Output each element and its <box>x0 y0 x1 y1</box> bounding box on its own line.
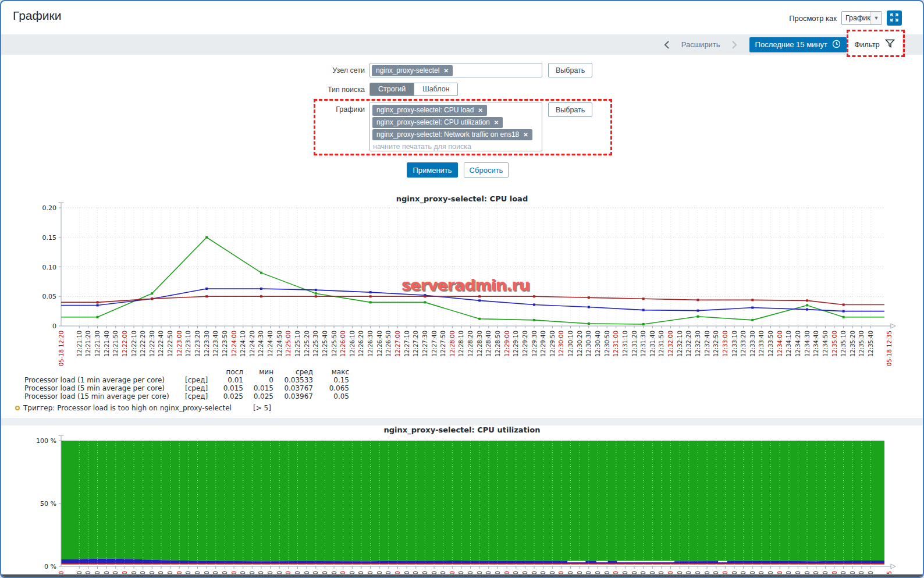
trigger-severity-icon <box>15 406 20 410</box>
svg-text:12:35:40: 12:35:40 <box>868 331 874 357</box>
svg-text:12:23:10: 12:23:10 <box>185 331 191 357</box>
svg-text:12:25:10: 12:25:10 <box>294 331 301 357</box>
view-as-selected-value: График <box>842 12 870 24</box>
chart2-title: nginx_proxy-selectel: CPU utilization <box>1 425 923 434</box>
svg-text:12:30:20: 12:30:20 <box>577 331 583 357</box>
svg-text:12:22:30: 12:22:30 <box>149 331 155 357</box>
svg-text:12:33:20: 12:33:20 <box>740 331 747 357</box>
clock-icon <box>832 40 841 50</box>
svg-text:50 %: 50 % <box>40 500 56 508</box>
svg-text:12:26:10: 12:26:10 <box>349 331 356 357</box>
svg-text:12:33:40: 12:33:40 <box>758 331 765 357</box>
svg-text:12:32:10: 12:32:10 <box>677 331 683 357</box>
legend-cell: [сред] <box>185 376 215 384</box>
svg-text:12:28:20: 12:28:20 <box>467 331 474 357</box>
legend-cell: Processor load (15 min average per core) <box>24 392 185 400</box>
svg-text:12:30:50: 12:30:50 <box>604 331 610 357</box>
legend-header-row: послминсредмакс <box>15 368 364 376</box>
svg-text:12:21:40: 12:21:40 <box>104 331 110 357</box>
svg-text:12:27:00: 12:27:00 <box>395 331 401 357</box>
search-type-option[interactable]: Шаблон <box>414 83 457 95</box>
svg-text:12:22:10: 12:22:10 <box>131 331 137 357</box>
legend-cell: 0.015 <box>243 384 273 392</box>
chip-remove-icon[interactable]: ✕ <box>494 119 499 126</box>
svg-text:12:21:20: 12:21:20 <box>85 331 91 357</box>
svg-text:12:25:50: 12:25:50 <box>331 331 337 357</box>
svg-text:12:27:20: 12:27:20 <box>413 331 419 357</box>
legend-cell: 0.05 <box>313 392 349 400</box>
svg-text:12:27:10: 12:27:10 <box>404 331 410 357</box>
time-range-button[interactable]: Последние 15 минут <box>749 37 847 52</box>
svg-text:12:34:30: 12:34:30 <box>804 331 811 357</box>
svg-text:0 %: 0 % <box>44 563 56 570</box>
reset-button[interactable]: Сбросить <box>464 162 509 178</box>
chip-remove-icon[interactable]: ✕ <box>523 132 528 138</box>
legend-cell: 0.025 <box>215 392 243 400</box>
chip-remove-icon[interactable]: ✕ <box>443 68 448 74</box>
svg-text:12:23:50: 12:23:50 <box>222 331 228 357</box>
svg-text:12:31:30: 12:31:30 <box>640 331 646 357</box>
svg-text:12:23:30: 12:23:30 <box>204 331 210 357</box>
svg-text:12:31:20: 12:31:20 <box>631 331 638 357</box>
filter-chip[interactable]: nginx_proxy-selectel: CPU load✕ <box>372 105 487 116</box>
svg-text:100 %: 100 % <box>36 437 56 445</box>
page-title: Графики <box>13 9 61 23</box>
filter-tab[interactable]: Фильтр <box>847 34 902 55</box>
svg-text:12:30:30: 12:30:30 <box>585 331 592 357</box>
svg-text:12:31:10: 12:31:10 <box>622 331 628 357</box>
legend-cell: Processor load (1 min average per core) <box>24 376 185 384</box>
svg-text:12:24:10: 12:24:10 <box>240 331 246 357</box>
svg-text:12:22:20: 12:22:20 <box>140 331 146 357</box>
svg-text:12:21:50: 12:21:50 <box>112 331 119 357</box>
legend-column-header: посл <box>215 368 243 376</box>
svg-text:12:28:50: 12:28:50 <box>495 331 501 357</box>
trigger-row: Триггер: Processor load is too high on n… <box>15 403 364 413</box>
chip-label: nginx_proxy-selectel: CPU load <box>376 106 474 114</box>
svg-text:12:28:10: 12:28:10 <box>458 331 464 357</box>
kiosk-mode-button[interactable] <box>887 10 902 26</box>
svg-text:12:24:40: 12:24:40 <box>267 331 273 357</box>
svg-text:12:32:50: 12:32:50 <box>713 331 719 357</box>
host-input[interactable]: nginx_proxy-selectel✕ <box>369 63 542 77</box>
svg-text:12:28:40: 12:28:40 <box>485 331 492 357</box>
svg-text:12:22:00: 12:22:00 <box>122 331 128 357</box>
svg-text:12:32:00: 12:32:00 <box>667 331 674 357</box>
svg-text:12:25:00: 12:25:00 <box>285 331 292 357</box>
svg-text:12:26:00: 12:26:00 <box>340 331 346 357</box>
view-as-select[interactable]: График ▼ <box>841 11 882 25</box>
legend-series-row: Processor load (15 min average per core)… <box>15 392 364 400</box>
legend-column-header: мин <box>243 368 273 376</box>
host-select-button[interactable]: Выбрать <box>548 63 592 77</box>
graphs-input[interactable]: nginx_proxy-selectel: CPU load✕nginx_pro… <box>369 102 542 151</box>
svg-text:12:34:00: 12:34:00 <box>777 331 783 357</box>
apply-button[interactable]: Применить <box>407 162 458 178</box>
graphs-select-button[interactable]: Выбрать <box>548 102 592 117</box>
legend-cell: [сред] <box>185 392 215 400</box>
zoom-out-button[interactable]: Расширить <box>681 40 720 49</box>
watermark: serveradmin.ru <box>401 276 529 294</box>
legend-cell: 0.025 <box>243 392 273 400</box>
filter-chip[interactable]: nginx_proxy-selectel: CPU utilization✕ <box>372 117 503 128</box>
filter-chip[interactable]: nginx_proxy-selectel: Network traffic on… <box>372 129 532 140</box>
svg-text:12:24:00: 12:24:00 <box>231 331 237 357</box>
svg-text:12:34:10: 12:34:10 <box>786 331 792 357</box>
legend-cell: Processor load (5 min average per core) <box>24 384 185 392</box>
svg-text:12:24:20: 12:24:20 <box>249 331 255 357</box>
svg-text:12:35:30: 12:35:30 <box>858 331 865 357</box>
legend-cell: [сред] <box>185 384 215 392</box>
filter-chip[interactable]: nginx_proxy-selectel✕ <box>372 65 453 76</box>
svg-text:12:22:50: 12:22:50 <box>167 331 173 357</box>
chip-remove-icon[interactable]: ✕ <box>478 107 482 114</box>
svg-text:12:25:20: 12:25:20 <box>304 331 310 357</box>
chip-label: nginx_proxy-selectel <box>376 66 439 75</box>
time-forward-button[interactable] <box>730 40 740 50</box>
cpu-utilization-chart[interactable]: 12:21:1012:21:2012:21:3012:21:4012:21:50… <box>1 435 924 578</box>
legend-cell: 0.15 <box>313 376 349 384</box>
svg-text:0.20: 0.20 <box>42 204 57 212</box>
time-back-button[interactable] <box>662 40 672 50</box>
svg-text:0.15: 0.15 <box>42 234 57 242</box>
svg-text:12:29:10: 12:29:10 <box>513 331 519 357</box>
svg-text:12:25:30: 12:25:30 <box>312 331 319 357</box>
search-type-option[interactable]: Строгий <box>370 83 414 95</box>
svg-text:12:25:40: 12:25:40 <box>322 331 328 357</box>
